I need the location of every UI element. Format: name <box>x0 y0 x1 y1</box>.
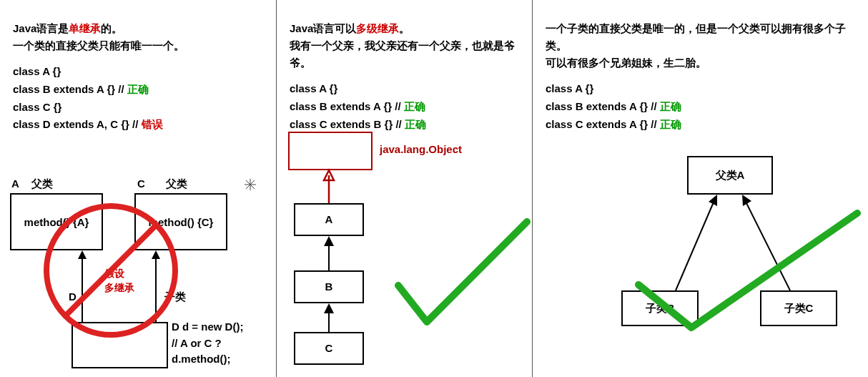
t: 的。 <box>101 22 122 34</box>
t: Java语言可以 <box>290 22 356 34</box>
col1-code: class A {} class B extends A {} // 正确 cl… <box>13 63 263 134</box>
col1-usage-code: D d = new D(); // A or C ? d.method(); <box>172 319 243 368</box>
code-line: class B extends A {} // 正确 <box>13 81 263 99</box>
t-green: 正确 <box>405 118 426 130</box>
label-class-d: D <box>69 290 77 303</box>
label-class-a: A <box>11 177 19 190</box>
label-multi-inherit: 多继承 <box>104 282 134 295</box>
svg-marker-1 <box>78 250 87 259</box>
t-red: 多级继承 <box>356 22 399 34</box>
panel-multiple-children: 一个子类的直接父类是唯一的，但是一个父类可以拥有很多个子类。 可以有很多个兄弟姐… <box>532 0 868 377</box>
t: 一个类的直接父类只能有唯一一个。 <box>13 39 184 52</box>
t-green: 正确 <box>660 118 681 130</box>
label-assume: 假设 <box>104 268 124 280</box>
t-red: 错误 <box>142 118 163 130</box>
box-class-c: method() {C} <box>134 193 227 250</box>
col1-text: Java语言是单继承的。 一个类的直接父类只能有唯一一个。 <box>13 20 263 54</box>
t: 可以有很多个兄弟姐妹，生二胎。 <box>546 57 706 69</box>
code-line: class D extends A, C {} // 错误 <box>13 116 263 134</box>
t: Java语言是 <box>13 22 69 34</box>
svg-line-16 <box>676 199 715 290</box>
t: 我有一个父亲，我父亲还有一个父亲，也就是爷爷。 <box>290 39 515 69</box>
t: class B extends A {} // <box>13 83 127 95</box>
panel-multilevel-inheritance: Java语言可以多级继承。 我有一个父亲，我父亲还有一个父亲，也就是爷爷。 cl… <box>276 0 532 377</box>
code-line: class C {} <box>13 99 263 117</box>
code-line: class C extends B {} // 正确 <box>290 116 519 134</box>
col3-code: class A {} class B extends A {} // 正确 cl… <box>546 80 855 133</box>
label-parent: 父类 <box>166 177 187 191</box>
t: class C extends A {} // <box>546 118 660 130</box>
svg-marker-11 <box>324 170 334 180</box>
label-parent: 父类 <box>31 177 53 191</box>
box-object <box>288 132 373 170</box>
t: 。 <box>399 22 410 34</box>
code-line: d.method(); <box>172 351 243 368</box>
box-class-d <box>71 322 168 368</box>
t: class C extends B {} // <box>290 118 405 130</box>
svg-marker-19 <box>742 195 751 206</box>
col2-text: Java语言可以多级继承。 我有一个父亲，我父亲还有一个父亲，也就是爷爷。 <box>290 20 519 72</box>
code-line: class C extends A {} // 正确 <box>546 116 855 134</box>
box-child-b: 子类B <box>621 290 699 326</box>
box-a: A <box>294 203 364 236</box>
box-class-a: method() {A} <box>10 193 103 250</box>
panel-single-inheritance: Java语言是单继承的。 一个类的直接父类只能有唯一一个。 class A {}… <box>0 0 276 377</box>
svg-marker-17 <box>709 195 717 206</box>
code-line: class B extends A {} // 正确 <box>546 98 855 116</box>
code-line: D d = new D(); <box>172 319 243 336</box>
label-class-c: C <box>137 177 145 190</box>
t-green: 正确 <box>127 83 149 95</box>
svg-marker-3 <box>152 250 160 259</box>
code-line: // A or C ? <box>172 336 243 352</box>
svg-marker-13 <box>324 236 334 246</box>
t: class B extends A {} // <box>546 100 660 112</box>
code-line: class A {} <box>290 80 519 98</box>
label-java-lang-object: java.lang.Object <box>380 143 462 155</box>
col3-text: 一个子类的直接父类是唯一的，但是一个父类可以拥有很多个子类。 可以有很多个兄弟姐… <box>546 20 855 72</box>
method-label: method() {A} <box>11 195 102 228</box>
code-line: class B extends A {} // 正确 <box>290 98 519 116</box>
t-green: 正确 <box>404 100 425 112</box>
box-c: C <box>294 332 364 365</box>
t-green: 正确 <box>660 100 681 112</box>
box-parent-a: 父类A <box>687 156 773 195</box>
code-line: class A {} <box>546 80 855 98</box>
label-subclass: 子类 <box>164 290 186 304</box>
box-child-c: 子类C <box>760 290 837 326</box>
t-red: 单继承 <box>69 22 101 34</box>
method-label: method() {C} <box>136 195 226 228</box>
svg-line-18 <box>744 199 790 290</box>
cursor-icon <box>243 177 257 192</box>
t: class B extends A {} // <box>290 100 404 112</box>
code-line: class A {} <box>13 63 263 81</box>
t: class D extends A, C {} // <box>13 118 142 130</box>
svg-marker-15 <box>324 303 334 313</box>
t: 一个子类的直接父类是唯一的，但是一个父类可以拥有很多个子类。 <box>546 22 846 52</box>
col2-code: class A {} class B extends A {} // 正确 cl… <box>290 80 519 133</box>
box-b: B <box>294 270 364 303</box>
